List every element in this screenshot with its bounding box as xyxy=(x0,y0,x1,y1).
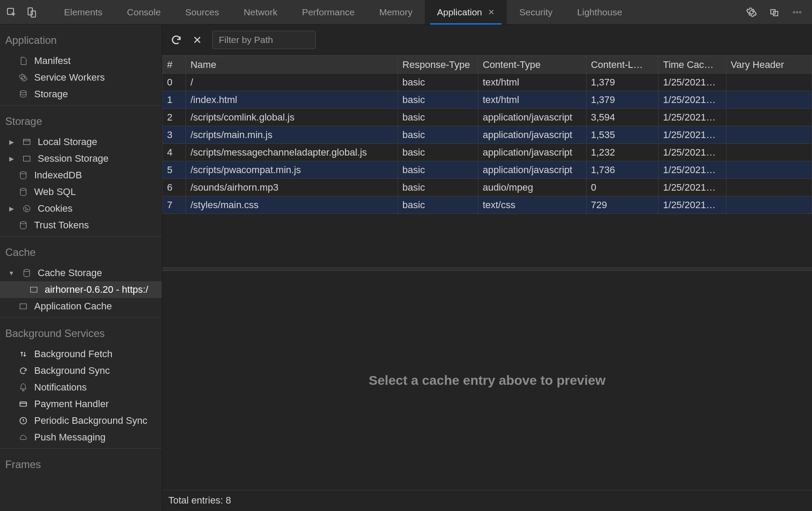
sidebar-item-label: Background Sync xyxy=(34,365,110,376)
sidebar-item-indexeddb[interactable]: IndexedDB xyxy=(0,167,162,184)
preview-empty-message: Select a cache entry above to preview xyxy=(369,373,605,388)
gear-icon[interactable] xyxy=(745,6,758,18)
tab-label: Lighthouse xyxy=(577,7,622,18)
col-response-type[interactable]: Response-Type xyxy=(398,56,478,74)
close-icon[interactable]: ✕ xyxy=(488,7,495,17)
sidebar-item-trust-tokens[interactable]: Trust Tokens xyxy=(0,217,162,234)
table-row[interactable]: 6/sounds/airhorn.mp3basicaudio/mpeg01/25… xyxy=(163,179,812,196)
table-row[interactable]: 3/scripts/main.min.jsbasicapplication/ja… xyxy=(163,126,812,144)
cell-content-length: 0 xyxy=(586,179,659,196)
sidebar-item-label: Trust Tokens xyxy=(34,220,89,231)
cell-name: /scripts/pwacompat.min.js xyxy=(186,161,398,179)
database-icon xyxy=(18,221,29,230)
table-row[interactable]: 0/basictext/html1,3791/25/2021… xyxy=(163,74,812,91)
tab-security[interactable]: Security xyxy=(507,0,565,24)
sidebar-item-label: Cookies xyxy=(38,203,72,214)
sidebar-item-storage[interactable]: Storage xyxy=(0,86,162,103)
sidebar-item-periodic-bg-sync[interactable]: Periodic Background Sync xyxy=(0,412,162,429)
sidebar-item-background-sync[interactable]: Background Sync xyxy=(0,362,162,379)
sidebar-item-local-storage[interactable]: ▶ Local Storage xyxy=(0,134,162,150)
splitter-handle[interactable] xyxy=(162,267,812,271)
tab-performance[interactable]: Performance xyxy=(290,0,367,24)
tab-label: Performance xyxy=(302,7,355,18)
filter-input[interactable] xyxy=(212,31,316,49)
expand-right-icon[interactable]: ▶ xyxy=(7,138,16,145)
more-icon[interactable] xyxy=(791,6,803,18)
cell-time-cached: 1/25/2021… xyxy=(659,74,726,91)
svg-point-14 xyxy=(27,209,28,210)
tab-network[interactable]: Network xyxy=(231,0,290,24)
tab-sources[interactable]: Sources xyxy=(173,0,231,24)
sidebar-item-label: Local Storage xyxy=(38,136,97,148)
section-title-application: Application xyxy=(0,25,162,53)
col-name[interactable]: Name xyxy=(186,56,398,74)
tab-label: Security xyxy=(519,7,552,18)
cell-index: 7 xyxy=(163,196,186,214)
tabs-list: Elements Console Sources Network Perform… xyxy=(52,0,634,24)
cell-content-type: text/css xyxy=(478,196,586,214)
svg-rect-19 xyxy=(20,304,27,309)
table-row[interactable]: 1/index.htmlbasictext/html1,3791/25/2021… xyxy=(163,91,812,109)
news-icon[interactable] xyxy=(768,6,780,18)
cell-content-type: application/javascript xyxy=(478,161,586,179)
sidebar-item-label: airhorner-0.6.20 - https:/ xyxy=(45,284,148,295)
cell-vary-header xyxy=(726,91,812,109)
table-row[interactable]: 4/scripts/messagechanneladapter.global.j… xyxy=(163,144,812,161)
tab-label: Sources xyxy=(185,7,219,18)
table-row[interactable]: 2/scripts/comlink.global.jsbasicapplicat… xyxy=(163,109,812,126)
refresh-icon[interactable] xyxy=(170,34,182,46)
cell-response-type: basic xyxy=(398,74,478,91)
sidebar-item-manifest[interactable]: Manifest xyxy=(0,53,162,69)
cell-index: 3 xyxy=(163,126,186,144)
col-time-cached[interactable]: Time Cac… xyxy=(659,56,726,74)
section-title-storage: Storage xyxy=(0,106,162,134)
tab-label: Console xyxy=(127,7,161,18)
sidebar-item-label: Cache Storage xyxy=(38,267,102,279)
tab-label: Application xyxy=(437,7,482,18)
close-icon[interactable] xyxy=(191,34,203,46)
sidebar-item-background-fetch[interactable]: Background Fetch xyxy=(0,346,162,362)
cache-toolbar xyxy=(162,25,812,56)
svg-rect-2 xyxy=(31,11,36,17)
sidebar-item-application-cache[interactable]: Application Cache xyxy=(0,298,162,315)
sidebar-item-label: Manifest xyxy=(34,55,71,67)
svg-point-10 xyxy=(20,172,26,174)
tab-lighthouse[interactable]: Lighthouse xyxy=(565,0,634,24)
tab-console[interactable]: Console xyxy=(115,0,173,24)
sidebar-item-cookies[interactable]: ▶ Cookies xyxy=(0,200,162,217)
sidebar-item-cache-entry[interactable]: airhorner-0.6.20 - https:/ xyxy=(0,281,162,298)
grid-icon xyxy=(21,154,32,163)
col-content-type[interactable]: Content-Type xyxy=(478,56,586,74)
svg-point-17 xyxy=(24,270,29,272)
sidebar-item-push-messaging[interactable]: Push Messaging xyxy=(0,429,162,446)
sidebar-item-service-workers[interactable]: Service Workers xyxy=(0,69,162,86)
table-row[interactable]: 7/styles/main.cssbasictext/css7291/25/20… xyxy=(163,196,812,214)
cell-content-length: 1,379 xyxy=(586,74,659,91)
database-icon xyxy=(18,171,29,180)
sidebar-item-payment-handler[interactable]: Payment Handler xyxy=(0,396,162,412)
cell-time-cached: 1/25/2021… xyxy=(659,161,726,179)
tab-memory[interactable]: Memory xyxy=(367,0,425,24)
device-toggle-icon[interactable] xyxy=(25,6,38,18)
devtools-tabbar: Elements Console Sources Network Perform… xyxy=(0,0,812,25)
table-row[interactable]: 5/scripts/pwacompat.min.jsbasicapplicati… xyxy=(163,161,812,179)
cell-content-length: 1,535 xyxy=(586,126,659,144)
expand-right-icon[interactable]: ▶ xyxy=(7,205,16,212)
sidebar-item-label: Service Workers xyxy=(34,72,105,83)
expand-down-icon[interactable]: ▼ xyxy=(7,270,16,277)
inspect-icon[interactable] xyxy=(5,6,18,18)
sidebar-item-session-storage[interactable]: ▶ Session Storage xyxy=(0,150,162,167)
tab-application[interactable]: Application ✕ xyxy=(425,0,507,24)
sidebar-item-cache-storage[interactable]: ▼ Cache Storage xyxy=(0,265,162,281)
col-index[interactable]: # xyxy=(163,56,186,74)
expand-right-icon[interactable]: ▶ xyxy=(7,155,16,162)
cell-index: 5 xyxy=(163,161,186,179)
database-icon xyxy=(18,188,29,196)
col-content-length[interactable]: Content-L… xyxy=(586,56,659,74)
tab-elements[interactable]: Elements xyxy=(52,0,115,24)
sidebar-item-websql[interactable]: Web SQL xyxy=(0,184,162,200)
sidebar-item-notifications[interactable]: Notifications xyxy=(0,379,162,396)
col-vary-header[interactable]: Vary Header xyxy=(726,56,812,74)
cell-content-length: 729 xyxy=(586,196,659,214)
clock-icon xyxy=(18,416,29,425)
